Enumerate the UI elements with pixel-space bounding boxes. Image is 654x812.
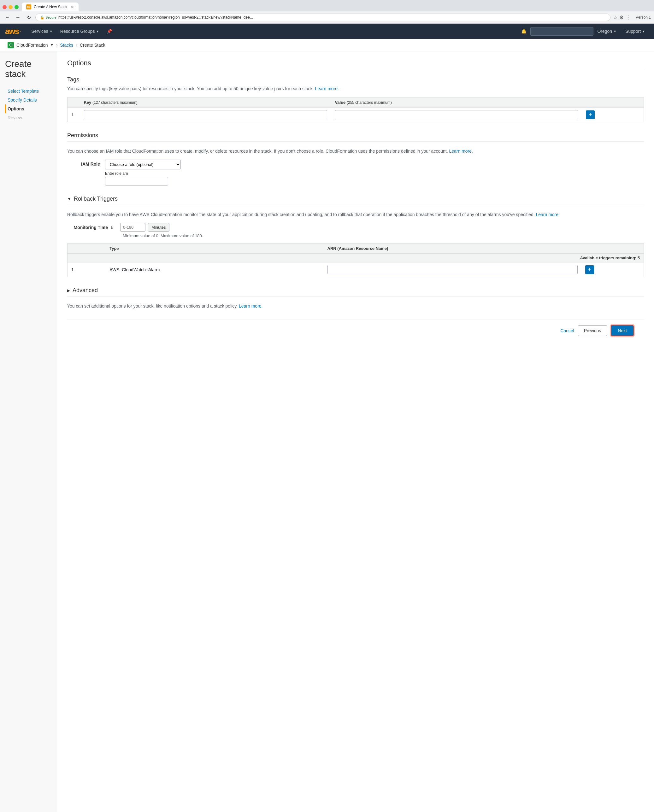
tags-key-input[interactable] xyxy=(84,110,327,119)
trigger-arn-input[interactable] xyxy=(327,265,578,274)
extensions-button[interactable]: ⚙ xyxy=(619,15,624,20)
permissions-learn-more-link[interactable]: Learn more. xyxy=(449,149,472,154)
url-text: https://us-west-2.console.aws.amazon.com… xyxy=(58,15,253,20)
aws-logo-text: aws xyxy=(5,26,18,36)
aws-top-nav: aws ~ Services ▼ Resource Groups ▼ 📌 🔔 O… xyxy=(0,24,654,39)
next-button[interactable]: Next xyxy=(611,325,634,336)
monitoring-time-input[interactable] xyxy=(120,223,145,232)
aws-logo-tilde: ~ xyxy=(19,29,21,34)
tags-row-num: 1 xyxy=(67,108,80,122)
breadcrumb-expand-icon: ▼ xyxy=(50,43,53,47)
menu-button[interactable]: ⋮ xyxy=(626,15,631,20)
resource-groups-caret-icon: ▼ xyxy=(96,30,99,33)
tags-description: You can specify tags (key-value pairs) f… xyxy=(67,85,644,92)
options-section-title: Options xyxy=(67,59,644,67)
minimize-traffic-light[interactable] xyxy=(9,5,12,9)
aws-logo[interactable]: aws ~ xyxy=(5,26,21,36)
rollback-title: Rollback Triggers xyxy=(74,195,118,202)
advanced-title: Advanced xyxy=(73,287,98,294)
pin-icon: 📌 xyxy=(107,29,112,34)
breadcrumb-arrow-2: › xyxy=(76,43,77,47)
trigger-row-1: 1 AWS::CloudWatch::Alarm + xyxy=(67,263,644,277)
sidebar-item-select-template[interactable]: Select Template xyxy=(5,87,52,96)
tags-value-header: Value (255 characters maximum) xyxy=(331,98,582,108)
bell-nav-link[interactable]: 🔔 xyxy=(517,24,530,39)
browser-tab[interactable]: CF Create A New Stack ✕ xyxy=(22,3,79,11)
support-nav-link[interactable]: Support ▼ xyxy=(622,24,649,39)
available-triggers-row: Available triggers remaining: 5 xyxy=(67,253,644,263)
sidebar-item-review: Review xyxy=(5,113,52,122)
cancel-button[interactable]: Cancel xyxy=(560,328,574,333)
trigger-add-button[interactable]: + xyxy=(585,265,594,274)
tags-section: Tags You can specify tags (key-value pai… xyxy=(67,76,644,122)
iam-role-label: IAM Role xyxy=(67,160,105,166)
services-nav-link[interactable]: Services ▼ xyxy=(28,24,57,39)
breadcrumb-arrow: › xyxy=(56,43,58,47)
secure-badge: 🔒 Secure xyxy=(40,15,57,20)
tags-add-button[interactable]: + xyxy=(586,110,595,119)
rollback-section: ▼ Rollback Triggers Rollback triggers en… xyxy=(67,195,644,277)
permissions-divider xyxy=(67,141,644,142)
previous-button[interactable]: Previous xyxy=(578,325,607,336)
triggers-table: Available triggers remaining: 5 Type ARN… xyxy=(67,243,644,277)
cloudformation-icon: ⬡ xyxy=(8,42,14,48)
tags-learn-more-link[interactable]: Learn more. xyxy=(315,86,339,91)
permissions-description: You can choose an IAM role that CloudFor… xyxy=(67,148,644,154)
maximize-traffic-light[interactable] xyxy=(15,5,18,9)
trigger-row-num: 1 xyxy=(67,263,106,277)
tags-table-empty-header xyxy=(67,98,80,108)
breadcrumb-service[interactable]: CloudFormation xyxy=(17,43,48,47)
breadcrumb-current: Create Stack xyxy=(80,43,105,47)
resource-groups-nav-link[interactable]: Resource Groups ▼ xyxy=(57,24,103,39)
back-button[interactable]: ← xyxy=(3,13,11,21)
tab-title: Create A New Stack xyxy=(34,5,67,9)
close-traffic-light[interactable] xyxy=(3,5,7,9)
services-caret-icon: ▼ xyxy=(49,30,53,33)
tags-value-input[interactable] xyxy=(335,110,578,119)
region-nav-link[interactable]: Oregon ▼ xyxy=(593,24,620,39)
rollback-collapse-arrow-icon: ▼ xyxy=(67,197,71,201)
trigger-type-header: Type xyxy=(106,244,323,253)
toolbar-icons: ☆ ⚙ ⋮ xyxy=(613,15,631,20)
sidebar-item-specify-details[interactable]: Specify Details xyxy=(5,96,52,104)
forward-button[interactable]: → xyxy=(14,13,22,21)
permissions-title: Permissions xyxy=(67,132,644,139)
sidebar-item-options[interactable]: Options xyxy=(5,104,52,113)
trigger-empty-header xyxy=(67,244,106,253)
iam-role-select[interactable]: Choose a role (optional) xyxy=(105,160,181,169)
trigger-arn-cell xyxy=(324,263,581,277)
bookmark-button[interactable]: ☆ xyxy=(613,15,617,20)
trigger-arn-header: ARN (Amazon Resource Name) xyxy=(324,244,581,253)
tab-favicon: CF xyxy=(26,5,31,9)
tab-close-button[interactable]: ✕ xyxy=(71,5,74,9)
rollback-description: Rollback triggers enable you to have AWS… xyxy=(67,211,644,218)
advanced-header[interactable]: ▶ Advanced xyxy=(67,287,644,294)
minutes-label: Minutes xyxy=(148,223,170,232)
address-bar[interactable]: 🔒 Secure https://us-west-2.console.aws.a… xyxy=(35,14,610,21)
tags-key-header: Key (127 characters maximum) xyxy=(80,98,331,108)
browser-chrome: CF Create A New Stack ✕ ← → ↻ 🔒 Secure h… xyxy=(0,0,654,24)
nav-search-input[interactable] xyxy=(530,27,593,36)
advanced-learn-more-link[interactable]: Learn more. xyxy=(239,304,263,308)
key-hint: (127 characters maximum) xyxy=(92,100,138,105)
trigger-action-header xyxy=(581,244,644,253)
bell-icon: 🔔 xyxy=(521,29,527,34)
region-caret-icon: ▼ xyxy=(613,30,616,33)
tags-value-cell xyxy=(331,108,582,122)
breadcrumb-stacks-link[interactable]: Stacks xyxy=(60,43,73,47)
rollback-header[interactable]: ▼ Rollback Triggers xyxy=(67,195,644,202)
enter-arn-label: Enter role arn xyxy=(105,171,644,176)
iam-role-row: IAM Role Choose a role (optional) Enter … xyxy=(67,160,644,186)
rollback-learn-more-link[interactable]: Learn more xyxy=(536,212,558,217)
iam-role-field-content: Choose a role (optional) Enter role arn xyxy=(105,160,644,186)
tags-title: Tags xyxy=(67,76,644,83)
value-hint: (255 characters maximum) xyxy=(347,100,392,105)
tags-row-1: 1 + xyxy=(67,108,644,122)
permissions-section: Permissions You can choose an IAM role t… xyxy=(67,132,644,186)
main-content: Options Tags You can specify tags (key-v… xyxy=(57,52,654,812)
refresh-button[interactable]: ↻ xyxy=(24,13,33,21)
pin-nav-link[interactable]: 📌 xyxy=(103,24,116,39)
advanced-arrow-icon: ▶ xyxy=(67,288,70,293)
arn-input[interactable] xyxy=(105,177,168,186)
monitoring-time-label: Monitoring Time ℹ xyxy=(67,225,118,230)
